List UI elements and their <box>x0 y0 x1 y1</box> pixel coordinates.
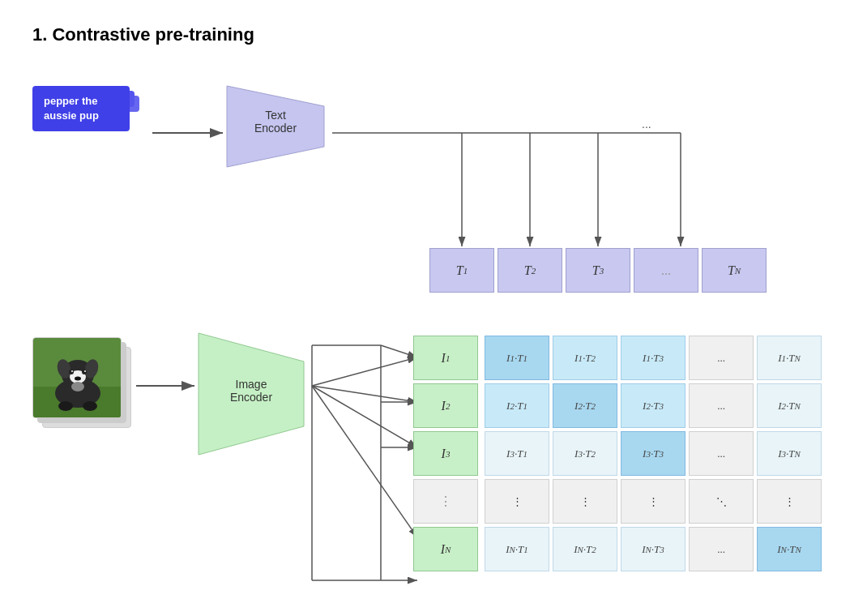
matrix-cell-0-0: I1·T1 <box>485 336 549 380</box>
dog-image <box>33 338 122 418</box>
svg-line-16 <box>381 345 417 357</box>
matrix-cell-4-0: IN·T1 <box>485 527 549 571</box>
matrix-cell-1-0: I2·T1 <box>485 383 549 428</box>
i-cell-dots: ⋮ <box>413 479 478 524</box>
page: 1. Contrastive pre-training <box>0 0 867 616</box>
diagram: ... pepper the aussie pup <box>32 62 835 613</box>
matrix-cell-3-2: ⋮ <box>621 479 685 524</box>
matrix-cell-4-4: IN·TN <box>757 527 822 571</box>
matrix-cell-3-0: ⋮ <box>485 479 549 524</box>
matrix-cell-0-3: ... <box>689 336 754 380</box>
matrix-cell-3-1: ⋮ <box>553 479 617 524</box>
image-encoder: ImageEncoder <box>190 329 312 459</box>
svg-line-10 <box>312 386 417 402</box>
svg-line-11 <box>312 386 417 447</box>
matrix-cell-1-4: I2·TN <box>757 383 822 428</box>
svg-point-30 <box>69 370 74 374</box>
t-cell-dots: ... <box>634 248 698 293</box>
i-cell-1: I1 <box>413 336 478 380</box>
i-vector-col: I1 I2 I3 ⋮ IN <box>413 336 478 571</box>
matrix-grid: I1·T1 I1·T2 I1·T3 ... I1·TN I2·T1 I2·T2 … <box>485 336 822 571</box>
text-encoder-label: TextEncoder <box>235 109 316 135</box>
t-vector-row: T1 T2 T3 ... TN <box>429 248 767 293</box>
matrix-cell-1-3: ... <box>689 383 754 428</box>
svg-point-36 <box>83 401 97 411</box>
svg-point-34 <box>75 377 81 381</box>
image-card-front <box>32 337 122 418</box>
svg-point-32 <box>71 370 73 372</box>
svg-point-35 <box>58 401 73 411</box>
svg-line-12 <box>312 386 417 537</box>
matrix-cell-2-2: I3·T3 <box>621 431 685 476</box>
matrix-cell-3-4: ⋮ <box>757 479 822 524</box>
text-encoder: TextEncoder <box>219 78 332 175</box>
text-card-front: pepper the aussie pup <box>32 86 130 131</box>
matrix-cell-4-3: ... <box>689 527 754 571</box>
text-input-label2: aussie pup <box>44 109 99 122</box>
matrix-cell-0-2: I1·T3 <box>621 336 685 380</box>
svg-point-33 <box>84 370 86 372</box>
i-cell-n: IN <box>413 527 478 571</box>
matrix-cell-1-1: I2·T2 <box>553 383 617 428</box>
matrix-cell-2-4: I3·TN <box>757 431 822 476</box>
matrix-cell-4-2: IN·T3 <box>621 527 685 571</box>
matrix-cell-2-3: ... <box>689 431 754 476</box>
text-input-label: pepper the <box>44 95 97 107</box>
svg-line-9 <box>312 357 417 386</box>
matrix-cell-0-4: I1·TN <box>757 336 822 380</box>
t-cell-3: T3 <box>566 248 630 293</box>
i-cell-3: I3 <box>413 431 478 476</box>
svg-text:...: ... <box>642 118 651 130</box>
svg-point-31 <box>82 370 87 374</box>
page-title: 1. Contrastive pre-training <box>32 24 835 45</box>
t-cell-n: TN <box>702 248 767 293</box>
i-cell-2: I2 <box>413 383 478 428</box>
image-encoder-label: ImageEncoder <box>207 378 296 404</box>
t-cell-2: T2 <box>498 248 562 293</box>
svg-point-27 <box>71 382 84 391</box>
t-cell-1: T1 <box>429 248 494 293</box>
matrix-cell-1-2: I2·T3 <box>621 383 685 428</box>
matrix-cell-2-0: I3·T1 <box>485 431 549 476</box>
matrix-cell-3-3: ⋱ <box>689 479 754 524</box>
matrix-cell-4-1: IN·T2 <box>553 527 617 571</box>
matrix-cell-2-1: I3·T2 <box>553 431 617 476</box>
matrix-cell-0-1: I1·T2 <box>553 336 617 380</box>
